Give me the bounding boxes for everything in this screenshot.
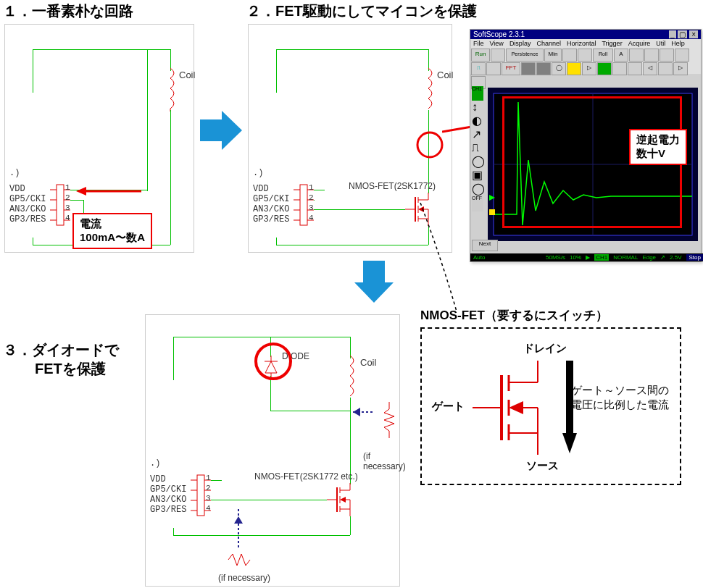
wire3-diode-join: [270, 411, 350, 411]
pin-num-1: 1: [65, 182, 70, 193]
fet-label-3: NMOS-FET(2SK1772 etc.): [254, 471, 358, 482]
tb2-1[interactable]: [521, 62, 536, 75]
pnum2-4: 4: [309, 213, 314, 223]
pin-gp3-3: GP3/RES: [150, 505, 186, 515]
side-b5[interactable]: ◯: [472, 154, 483, 168]
wire-pin2-1: [70, 200, 83, 201]
tb-run[interactable]: Run: [471, 49, 490, 62]
tb2-9[interactable]: ◁: [643, 62, 657, 75]
side-b7[interactable]: ◯: [472, 182, 483, 196]
stat-stop[interactable]: Stop: [686, 254, 703, 261]
tb-b5[interactable]: [644, 49, 659, 62]
tb-b8[interactable]: [486, 62, 501, 75]
pin-vdd-3: VDD: [150, 474, 186, 484]
svg-marker-69: [234, 516, 243, 524]
scope-title-text: SoftScope 2.3.1: [473, 30, 525, 38]
pnum2-3: 3: [309, 203, 314, 213]
wire-gndl-1: [33, 238, 33, 245]
current-arrow-1: [76, 184, 143, 198]
tb-pulse[interactable]: ⎍: [471, 62, 486, 75]
side-b6[interactable]: ▣: [472, 168, 483, 182]
nmos-box-title: NMOS-FET（要するにスイッチ）: [420, 307, 608, 324]
pnum2-2: 2: [309, 193, 314, 203]
tb-b2[interactable]: [562, 49, 577, 62]
tb-A[interactable]: A: [614, 49, 628, 62]
optional-resistor-right: [353, 402, 399, 453]
tb2-10[interactable]: [658, 62, 673, 75]
window-max-icon[interactable]: ▢: [678, 30, 687, 38]
pin-gp3: GP3/RES: [9, 214, 46, 224]
nmos-source-label: ソース: [526, 459, 559, 473]
wire3-gndl: [173, 528, 174, 535]
tb-b6[interactable]: [660, 49, 674, 62]
coil-symbol-1: [163, 68, 178, 112]
side-b1[interactable]: ↕: [472, 101, 483, 114]
svg-marker-11: [76, 187, 86, 196]
tb-pers[interactable]: Persistence: [506, 49, 544, 62]
wire2-h1: [314, 190, 325, 190]
ifnec-bottom: (if necessary): [218, 573, 270, 583]
menu-acquire[interactable]: Acquire: [628, 40, 651, 47]
tb-min[interactable]: Min: [544, 49, 562, 62]
pin-jlabel-3: .): [150, 458, 186, 469]
arrow-1-to-2: [200, 109, 244, 152]
side-off[interactable]: OFF: [472, 196, 483, 211]
side-b4[interactable]: ⎍: [472, 141, 483, 154]
tb2-2[interactable]: [536, 62, 551, 75]
coil-symbol-2: [421, 68, 436, 112]
side-b2[interactable]: ◐: [472, 114, 483, 127]
tb2-5[interactable]: ▷: [582, 62, 596, 75]
pin-gp3-2: GP3/RES: [253, 214, 289, 224]
schematic-3-frame: .) VDD GP5/CKI AN3/CKO GP3/RES 1 2 3 4 C…: [145, 314, 400, 587]
menu-util[interactable]: Util: [656, 40, 665, 47]
menu-channel[interactable]: Channel: [536, 40, 561, 47]
scope-toolbar[interactable]: Run Persistence Min Roll A ⎍ FFT ◯ ▷ ◁: [470, 48, 701, 74]
menu-trigger[interactable]: Trigger: [602, 40, 622, 47]
wire-v1: [147, 49, 148, 191]
scope-menubar[interactable]: File View Display Channel Horizontal Tri…: [470, 39, 701, 48]
svg-point-34: [417, 133, 442, 157]
pin-num-col-2: 1 2 3 4: [309, 182, 314, 223]
pin-num-4: 4: [65, 213, 70, 223]
tb2-11[interactable]: ▷: [673, 62, 688, 75]
svg-marker-88: [562, 433, 577, 453]
menu-view[interactable]: View: [490, 40, 504, 47]
tb-b4[interactable]: [629, 49, 644, 62]
menu-display[interactable]: Display: [509, 40, 531, 47]
callout-current-l2: 100mA〜数A: [80, 231, 145, 245]
scope-titlebar[interactable]: SoftScope 2.3.1 _ ▢ ×: [470, 30, 701, 39]
menu-horizontal[interactable]: Horizontal: [567, 40, 596, 47]
stat-mode: NORMAL: [613, 254, 638, 261]
tb2-8[interactable]: [628, 62, 642, 75]
heading-3: ３．ダイオードで: [3, 340, 119, 360]
wire-h-top: [33, 49, 170, 50]
tb-roll[interactable]: Roll: [593, 49, 613, 62]
tb2-4[interactable]: [567, 62, 581, 75]
pin-vdd-2: VDD: [253, 184, 289, 194]
scope-next[interactable]: Next: [472, 240, 498, 251]
tb-b7[interactable]: [675, 49, 689, 62]
tb-b3[interactable]: [578, 49, 592, 62]
side-b3[interactable]: ↗: [472, 127, 483, 141]
menu-help[interactable]: Help: [671, 40, 685, 47]
coil-label-2: Coil: [437, 70, 453, 80]
diode-highlight-circle: [253, 341, 294, 382]
tb2-7[interactable]: [612, 62, 627, 75]
coil-label-1: Coil: [179, 70, 195, 80]
window-min-icon[interactable]: _: [669, 30, 676, 38]
nmos-note-l1: ゲート～ソース間の: [571, 384, 669, 398]
pin-an3-2: AN3/CKO: [253, 204, 289, 214]
tb-fft[interactable]: FFT: [502, 62, 520, 75]
tb2-6[interactable]: [597, 62, 612, 75]
window-close-icon[interactable]: ×: [689, 30, 698, 38]
pin-gp5: GP5/CKI: [9, 194, 46, 204]
tb-b1[interactable]: [491, 49, 505, 62]
tb2-3[interactable]: ◯: [552, 62, 566, 75]
pin-an3: AN3/CKO: [9, 204, 46, 214]
menu-file[interactable]: File: [473, 40, 484, 47]
stat-pct: 10%: [570, 254, 581, 261]
svg-marker-12: [200, 111, 242, 150]
svg-rect-87: [566, 361, 573, 433]
callout-backemf-l2: 数十V: [636, 147, 680, 161]
side-ch1[interactable]: CH1: [472, 86, 483, 101]
